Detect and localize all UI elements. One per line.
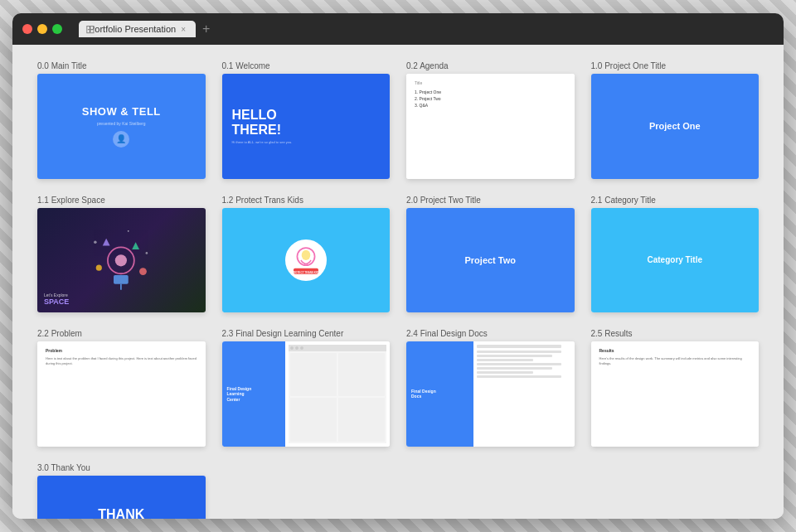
titlebar: ⊞ Portfolio Presentation × + xyxy=(12,13,784,45)
slide-item-2-3: 2.3 Final Design Learning Center Final D… xyxy=(222,329,391,447)
slide-thumb-1-1[interactable]: Let's Explore SPACE xyxy=(37,208,206,313)
agenda-title-label: Title xyxy=(415,80,566,85)
slide-label-2-0: 2.0 Project Two Title xyxy=(406,196,575,205)
slide-project-two: Project Two xyxy=(406,208,575,313)
tab-label: Portfolio Presentation xyxy=(89,24,176,34)
fdlc-dot-2 xyxy=(295,346,298,350)
fdlc-dot-3 xyxy=(300,346,303,350)
fd-line-2 xyxy=(477,355,552,357)
fdlc-card-1 xyxy=(290,353,337,396)
minimize-button[interactable] xyxy=(37,24,47,34)
fdlc-header xyxy=(289,345,386,351)
close-button[interactable] xyxy=(22,24,32,34)
slide-item-empty-2 xyxy=(406,463,575,519)
fdlc-card-2 xyxy=(338,353,385,396)
active-tab[interactable]: Portfolio Presentation × xyxy=(79,21,196,37)
fdlc-dot-1 xyxy=(290,346,294,350)
slide-item-0-1: 0.1 Welcome HELLO THERE! Hi there to ALL… xyxy=(222,61,391,179)
fd-docs-label: Final DesignDocs xyxy=(411,389,436,399)
slide-item-1-0: 1.0 Project One Title Project One xyxy=(591,61,760,179)
slide-label-2-5: 2.5 Results xyxy=(591,329,760,338)
svg-marker-3 xyxy=(133,242,140,249)
svg-point-5 xyxy=(139,268,147,275)
fd-line-6 xyxy=(477,371,533,374)
fdlc-body xyxy=(289,351,386,443)
thankyou-line1: THANK xyxy=(98,507,144,519)
slide-label-2-1: 2.1 Category Title xyxy=(591,196,760,205)
slide-item-2-0: 2.0 Project Two Title Project Two xyxy=(406,196,575,313)
fd-header-bar xyxy=(477,345,561,348)
category-title: Category Title xyxy=(648,255,703,264)
slide-thumb-1-0[interactable]: Project One xyxy=(591,74,760,179)
svg-point-4 xyxy=(96,264,102,270)
fdlc-right-panel xyxy=(285,341,390,447)
fd-line-1 xyxy=(477,351,561,353)
slide-trans: PROTECT TRANS KIDS xyxy=(222,208,391,313)
svg-point-12 xyxy=(301,250,310,260)
slide-problem: Problem Here is text about the problem t… xyxy=(37,341,206,447)
new-tab-button[interactable]: + xyxy=(199,22,213,36)
trans-circle: PROTECT TRANS KIDS xyxy=(285,239,327,281)
problem-title: Problem xyxy=(46,348,197,353)
slide-show-tell: ShOw & TeLL presented by Kai Steilberg 👤 xyxy=(37,74,206,179)
slides-grid: 0.0 Main Title ShOw & TeLL presented by … xyxy=(37,61,759,519)
hello-line1: HELLO xyxy=(232,108,277,123)
space-lets: Let's Explore xyxy=(44,293,69,297)
app-window: ⊞ Portfolio Presentation × + 0.0 Main Ti… xyxy=(12,13,784,519)
slide-thumb-0-1[interactable]: HELLO THERE! Hi there to ALL. we're so g… xyxy=(222,74,391,179)
svg-point-9 xyxy=(146,252,148,254)
fdlc-card-4 xyxy=(338,398,385,441)
problem-text: Here is text about the problem that I fa… xyxy=(46,356,197,365)
slide-thumb-2-4[interactable]: Final DesignDocs xyxy=(406,341,575,447)
slide-thumb-2-0[interactable]: Project Two xyxy=(406,208,575,313)
slide-fdlc: Final DesignLearningCenter xyxy=(222,341,391,447)
maximize-button[interactable] xyxy=(52,24,62,34)
slide-label-1-0: 1.0 Project One Title xyxy=(591,61,760,70)
hello-sub: Hi there to ALL. we're so glad to see yo… xyxy=(232,140,293,144)
svg-marker-2 xyxy=(103,238,110,245)
slide-results: Results Here's the results of the design… xyxy=(591,341,760,447)
svg-point-1 xyxy=(115,254,127,266)
results-title: Results xyxy=(599,348,751,353)
slide-thumb-3-0[interactable]: THANK YOU! For more work, pleasevisit: h… xyxy=(37,476,206,519)
fdlc-label: Final DesignLearningCenter xyxy=(227,386,252,403)
fd-docs-left: Final DesignDocs xyxy=(406,341,473,447)
slide-thumb-0-0[interactable]: ShOw & TeLL presented by Kai Steilberg 👤 xyxy=(37,74,206,179)
slide-thumb-2-5[interactable]: Results Here's the results of the design… xyxy=(591,341,760,447)
project-two-title: Project Two xyxy=(464,255,516,265)
slide-item-2-1: 2.1 Category Title Category Title xyxy=(591,196,760,313)
slide-label-0-1: 0.1 Welcome xyxy=(222,61,391,70)
fd-docs-right xyxy=(473,341,575,447)
slide-item-empty-3 xyxy=(591,463,760,519)
fd-line-3 xyxy=(477,359,533,361)
svg-rect-6 xyxy=(114,275,129,284)
space-text: Let's Explore SPACE xyxy=(44,293,69,306)
slide-item-0-0: 0.0 Main Title ShOw & TeLL presented by … xyxy=(37,61,206,179)
grid-icon[interactable]: ⊞ xyxy=(85,22,95,36)
fd-line-5 xyxy=(477,367,552,370)
slide-item-1-2: 1.2 Protect Trans Kids PROTECT TRANS KID… xyxy=(222,196,391,313)
svg-point-10 xyxy=(128,230,129,232)
slide-label-2-3: 2.3 Final Design Learning Center xyxy=(222,329,391,338)
agenda-item-3: 3. Q&A xyxy=(415,102,566,109)
slide-thumb-2-2[interactable]: Problem Here is text about the problem t… xyxy=(37,341,206,447)
show-tell-avatar: 👤 xyxy=(113,131,129,148)
agenda-item-2: 2. Project Two xyxy=(415,95,566,102)
slide-thumb-1-2[interactable]: PROTECT TRANS KIDS xyxy=(222,208,391,313)
traffic-lights xyxy=(22,24,62,34)
slide-thumb-2-1[interactable]: Category Title xyxy=(591,208,760,313)
fd-line-7 xyxy=(477,375,561,378)
slide-thumb-2-3[interactable]: Final DesignLearningCenter xyxy=(222,341,391,447)
slide-thumb-0-2[interactable]: Title 1. Project One 2. Project Two 3. Q… xyxy=(406,74,575,179)
slide-agenda: Title 1. Project One 2. Project Two 3. Q… xyxy=(406,74,575,179)
fd-line-4 xyxy=(477,363,561,365)
fd-lines xyxy=(477,351,571,378)
slide-label-0-0: 0.0 Main Title xyxy=(37,61,206,70)
slide-item-0-2: 0.2 Agenda Title 1. Project One 2. Proje… xyxy=(406,61,575,179)
slide-label-1-1: 1.1 Explore Space xyxy=(37,196,206,205)
slide-item-2-5: 2.5 Results Results Here's the results o… xyxy=(591,329,760,447)
slide-label-2-4: 2.4 Final Design Docs xyxy=(406,329,575,338)
tab-close-button[interactable]: × xyxy=(181,25,186,34)
space-explore: SPACE xyxy=(44,297,69,306)
main-content: 0.0 Main Title ShOw & TeLL presented by … xyxy=(12,45,784,519)
